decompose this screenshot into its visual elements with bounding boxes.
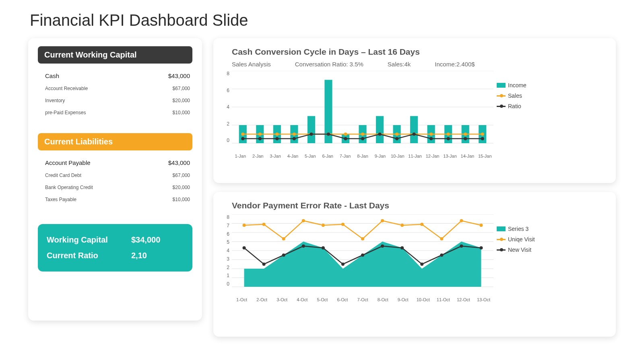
y-tick-label: 8 [221,71,229,76]
x-tick-label: 11-Oct [433,297,453,302]
y-tick-label: 4 [221,104,229,110]
row-value: $10,000 [173,110,190,115]
capital-heading: Current Working Capital [38,46,192,64]
legend-item: Uniqe Visit [497,236,535,243]
svg-point-49 [481,137,484,140]
chart1-subtitle-item: Income:2.400$ [435,61,475,68]
legend-label: Series 3 [508,226,528,232]
chart1-title: Cash Conversion Cycle in Days – Last 16 … [232,47,606,57]
table-row: Credit Card Debt$67,000 [45,169,190,181]
x-tick-label: 1-Oct [232,297,252,302]
row-label: Inventory [45,98,65,103]
summary-row: Working Capital$34,000 [47,232,184,248]
legend-swatch-line [497,95,506,97]
x-tick-label: 2-Oct [252,297,272,302]
svg-point-83 [460,245,463,248]
summary-label: Working Capital [47,235,131,245]
row-label: Account Receivable [45,86,88,91]
x-tick-label: 12-Oct [454,297,473,302]
svg-point-79 [381,245,384,248]
x-tick-label: 3-Oct [272,297,292,302]
svg-point-82 [440,253,443,257]
row-label: Bank Operating Credit [45,185,93,190]
svg-point-81 [420,263,423,266]
row-label: Account Payable [45,159,91,166]
svg-point-48 [464,137,467,140]
svg-point-75 [302,245,305,248]
svg-point-72 [243,246,246,249]
table-row: Bank Operating Credit$20,000 [45,181,190,193]
x-tick-label: 13-Oct [474,297,493,302]
chart1-subtitle-item: Sales Analysis [232,61,271,68]
row-value: $43,000 [168,159,190,166]
row-value: $20,000 [173,185,190,190]
svg-point-41 [344,137,347,140]
table-row: Taxes Payable$10,000 [45,193,190,206]
row-value: $67,000 [173,86,190,91]
svg-rect-13 [376,116,384,144]
svg-point-33 [464,133,467,136]
x-tick-label: 5-Oct [312,297,332,302]
svg-point-47 [447,137,450,140]
svg-point-42 [361,137,364,140]
legend-label: Sales [508,93,522,99]
chart2-title: Vendor Payment Error Rate - Last Days [232,201,606,210]
svg-point-62 [302,219,305,222]
legend-item: Series 3 [497,226,535,232]
y-tick-label: 2 [221,121,229,127]
svg-rect-15 [410,116,418,144]
legend-swatch-line [497,239,506,240]
chart1-legend: IncomeSalesRatio [497,82,526,151]
svg-point-31 [429,133,433,136]
svg-point-45 [413,133,416,136]
svg-point-74 [282,253,285,257]
table-row: Account Payable$43,000 [45,156,190,169]
svg-point-78 [361,253,364,257]
x-tick-label: 9-Jan [372,154,389,158]
x-tick-label: 1-Jan [232,154,249,158]
legend-item: Ratio [497,103,526,109]
chart1-subtitle-item: Conversation Ratio: 3.5% [295,61,363,68]
svg-point-59 [243,224,246,227]
x-tick-label: 4-Jan [284,154,301,158]
chart1-plot: 86420 1-Jan2-Jan3-Jan4-Jan5-Jan6-Jan7-Ja… [232,71,493,151]
table-row: Inventory$20,000 [45,95,190,107]
svg-point-70 [460,219,463,222]
legend-item: Sales [497,93,526,99]
svg-point-23 [293,133,296,136]
x-tick-label: 2-Jan [249,154,266,158]
x-tick-label: 14-Jan [459,154,476,158]
x-tick-label: 15-Jan [476,154,493,158]
svg-point-38 [293,137,296,140]
svg-point-84 [479,246,483,249]
table-row: pre-Paid Expenses$10,000 [45,107,190,119]
svg-point-35 [241,137,244,140]
summary-box: Working Capital$34,000Current Ratio2,10 [38,224,192,272]
svg-point-20 [241,133,244,136]
svg-point-26 [344,133,347,136]
svg-point-68 [420,223,423,226]
svg-point-40 [327,133,330,136]
chart2-legend: Series 3Uniqe VisitNew Visit [497,226,535,295]
x-tick-label: 5-Jan [302,154,319,158]
row-value: $43,000 [168,72,190,79]
svg-point-29 [395,133,398,136]
svg-point-46 [429,137,433,140]
row-value: $10,000 [173,197,190,202]
x-tick-label: 6-Jan [319,154,336,158]
summary-value: $34,000 [131,235,160,245]
svg-point-69 [440,237,443,241]
svg-point-64 [341,223,345,226]
legend-swatch-line [497,106,506,107]
svg-point-36 [258,137,262,140]
x-tick-label: 13-Jan [442,154,459,158]
y-tick-label: 6 [221,231,229,237]
x-tick-label: 8-Jan [354,154,372,158]
summary-label: Current Ratio [47,251,131,260]
y-tick-label: 2 [221,265,229,270]
legend-swatch-line [497,249,506,251]
legend-label: New Visit [508,247,531,253]
x-tick-label: 11-Jan [407,154,424,158]
legend-label: Uniqe Visit [508,236,535,243]
y-tick-label: 4 [221,248,229,253]
